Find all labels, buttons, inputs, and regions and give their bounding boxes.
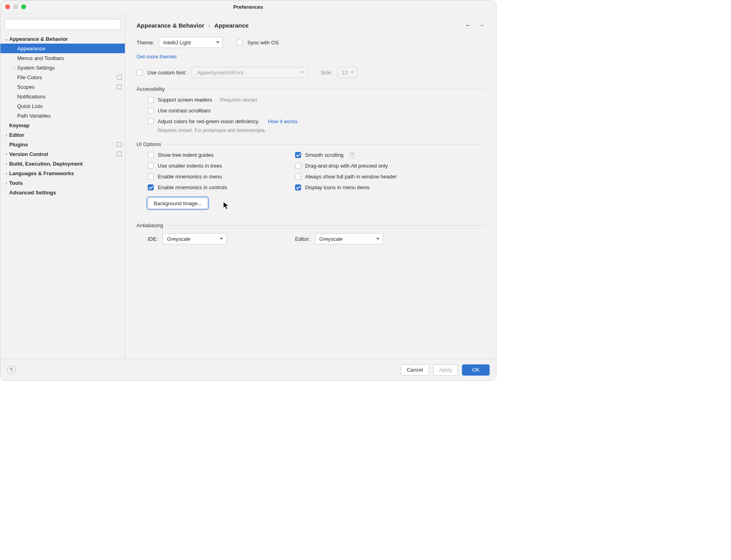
sidebar-item-advanced-settings[interactable]: Advanced Settings [0, 188, 125, 197]
how-it-works-link[interactable]: How it works [268, 118, 297, 124]
theme-select[interactable]: IntelliJ Light [159, 37, 223, 48]
sidebar-item-editor[interactable]: ›Editor [0, 130, 125, 140]
sidebar-item-languages-frameworks[interactable]: ›Languages & Frameworks [0, 168, 125, 178]
sidebar-item-build-execution-deployment[interactable]: ›Build, Execution, Deployment [0, 159, 125, 168]
sidebar-item-tools[interactable]: ›Tools [0, 178, 125, 188]
sidebar-item-path-variables[interactable]: Path Variables [0, 111, 125, 120]
mnemonics_menu-checkbox[interactable] [148, 174, 154, 180]
font-size-label: Size: [321, 70, 333, 76]
project-level-icon [117, 84, 122, 89]
sidebar-item-label: Menus and Toolbars [17, 55, 122, 61]
chevron-right-icon[interactable]: › [4, 171, 9, 176]
dnd_alt-checkbox[interactable] [295, 163, 301, 169]
sidebar-item-system-settings[interactable]: ›System Settings [0, 63, 125, 72]
sidebar-item-label: Notifications [17, 94, 122, 100]
support-screen-readers-label: Support screen readers [158, 97, 212, 103]
nav-back-icon[interactable]: ← [465, 21, 472, 30]
project-level-icon [117, 142, 122, 147]
settings-tree[interactable]: ⌄Appearance & BehaviorAppearanceMenus an… [0, 32, 125, 359]
ide-aa-select[interactable]: Greyscale [163, 233, 227, 244]
sidebar-item-label: Version Control [9, 151, 114, 157]
sidebar-item-label: System Settings [17, 65, 122, 71]
tree_indent-checkbox[interactable] [148, 152, 154, 158]
search-input[interactable] [4, 19, 121, 30]
sidebar-item-plugins[interactable]: Plugins [0, 140, 125, 149]
smooth_scroll-checkbox[interactable] [295, 152, 301, 158]
full_path-label: Always show full path in window header [305, 174, 397, 180]
icons_menu-label: Display icons in menu items [305, 184, 370, 190]
sidebar-item-label: Tools [9, 180, 122, 186]
breadcrumb-separator: › [208, 22, 210, 29]
minimize-window-button[interactable] [13, 4, 18, 9]
editor-aa-select[interactable]: Greyscale [315, 233, 383, 244]
cancel-button[interactable]: Cancel [401, 364, 429, 376]
window-title: Preferences [233, 4, 263, 10]
cursor-icon [223, 202, 230, 210]
apply-button[interactable]: Apply [433, 364, 458, 376]
contrast-scrollbars-checkbox[interactable] [148, 108, 154, 114]
project-level-icon [117, 152, 122, 156]
mnemonics_menu-label: Enable mnemonics in menu [158, 174, 222, 180]
theme-select-value: IntelliJ Light [163, 40, 191, 46]
sidebar-item-notifications[interactable]: Notifications [0, 92, 125, 101]
use-custom-font-label: Use custom font: [147, 70, 187, 76]
main-panel: Appearance & Behavior › Appearance ← → T… [125, 14, 496, 359]
background-image-button[interactable]: Background Image... [148, 198, 208, 209]
maximize-window-button[interactable] [21, 4, 26, 9]
chevron-right-icon[interactable]: › [4, 152, 9, 156]
support-screen-readers-checkbox[interactable] [148, 97, 154, 103]
smaller_indents-label: Use smaller indents in trees [158, 163, 222, 169]
breadcrumb-current: Appearance [214, 22, 249, 29]
close-window-button[interactable] [5, 4, 10, 9]
font-size-select[interactable]: 13 [337, 67, 357, 78]
breadcrumb-parent[interactable]: Appearance & Behavior [137, 22, 204, 29]
sidebar-item-label: Appearance [17, 46, 122, 52]
color-deficiency-checkbox[interactable] [148, 118, 154, 124]
smaller_indents-checkbox[interactable] [148, 163, 154, 169]
sidebar-item-label: Quick Lists [17, 103, 122, 109]
project-level-icon [117, 75, 122, 80]
sidebar-item-label: Appearance & Behavior [9, 36, 122, 42]
mnemonics_controls-label: Enable mnemonics in controls [158, 184, 227, 190]
sidebar-item-keymap[interactable]: Keymap [0, 120, 125, 130]
support-screen-readers-hint: Requires restart [220, 97, 257, 103]
full_path-checkbox[interactable] [295, 174, 301, 180]
sidebar-item-label: Keymap [9, 122, 122, 128]
sync-with-os-label: Sync with OS [247, 40, 279, 46]
help-button[interactable]: ? [7, 366, 16, 374]
sidebar-item-appearance[interactable]: Appearance [0, 44, 125, 53]
titlebar: Preferences [0, 0, 496, 14]
use-custom-font-checkbox[interactable] [137, 70, 143, 76]
apply-button-label: Apply [439, 367, 452, 373]
sidebar-item-version-control[interactable]: ›Version Control [0, 149, 125, 159]
sidebar-item-label: Advanced Settings [9, 190, 122, 196]
sidebar-item-appearance-behavior[interactable]: ⌄Appearance & Behavior [0, 34, 125, 44]
icons_menu-checkbox[interactable] [295, 184, 301, 190]
chevron-right-icon[interactable]: › [4, 181, 9, 185]
custom-font-select[interactable]: .AppleSystemUIFont [191, 67, 307, 78]
chevron-right-icon[interactable]: › [4, 162, 9, 166]
sidebar: ⌄Appearance & BehaviorAppearanceMenus an… [0, 14, 125, 359]
get-more-themes-link[interactable]: Get more themes [137, 54, 177, 60]
sidebar-item-label: Plugins [9, 142, 114, 148]
breadcrumb-bar: Appearance & Behavior › Appearance ← → [137, 21, 485, 30]
sidebar-item-scopes[interactable]: Scopes [0, 82, 125, 92]
ide-aa-label: IDE: [148, 236, 158, 242]
ok-button[interactable]: OK [462, 364, 490, 376]
sidebar-item-menus-and-toolbars[interactable]: Menus and Toolbars [0, 53, 125, 63]
sidebar-item-quick-lists[interactable]: Quick Lists [0, 101, 125, 111]
chevron-right-icon[interactable]: › [12, 66, 17, 70]
sidebar-item-label: Editor [9, 132, 122, 138]
ui-options-title: UI Options [137, 141, 161, 147]
sidebar-item-file-colors[interactable]: File Colors [0, 72, 125, 82]
mnemonics_controls-checkbox[interactable] [148, 184, 154, 190]
ide-aa-value: Greyscale [167, 236, 191, 242]
dialog-footer: ? Cancel Apply OK [0, 359, 496, 380]
chevron-right-icon[interactable]: › [4, 133, 9, 137]
chevron-down-icon[interactable]: ⌄ [4, 37, 9, 41]
sync-with-os-checkbox[interactable] [237, 40, 243, 46]
color-deficiency-hint: Requires restart. For protanopia and deu… [158, 128, 485, 133]
help-icon[interactable]: ? [349, 152, 355, 158]
antialiasing-title: Antialiasing [137, 222, 163, 228]
content: ⌄Appearance & BehaviorAppearanceMenus an… [0, 14, 496, 359]
